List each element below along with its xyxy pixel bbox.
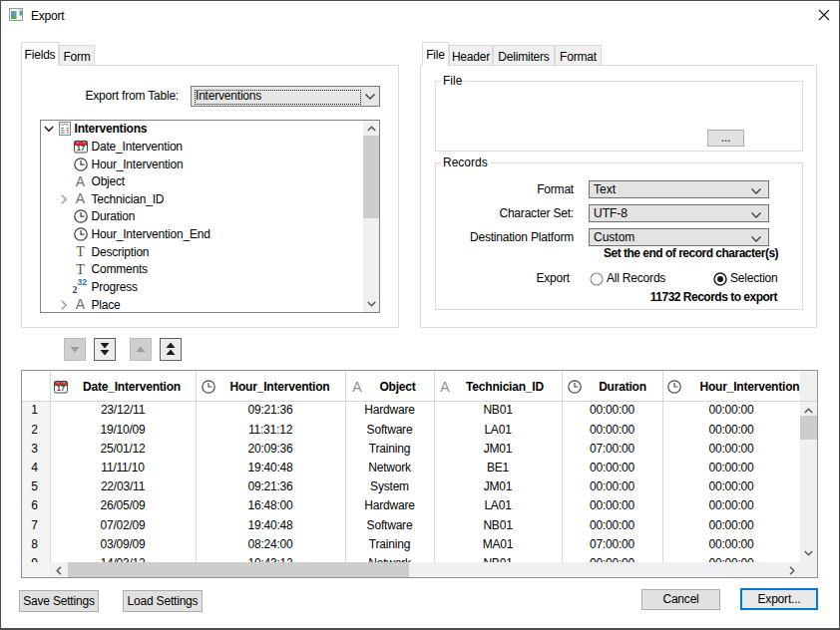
svg-text:17: 17	[76, 144, 84, 153]
svg-text:17: 17	[57, 384, 65, 393]
